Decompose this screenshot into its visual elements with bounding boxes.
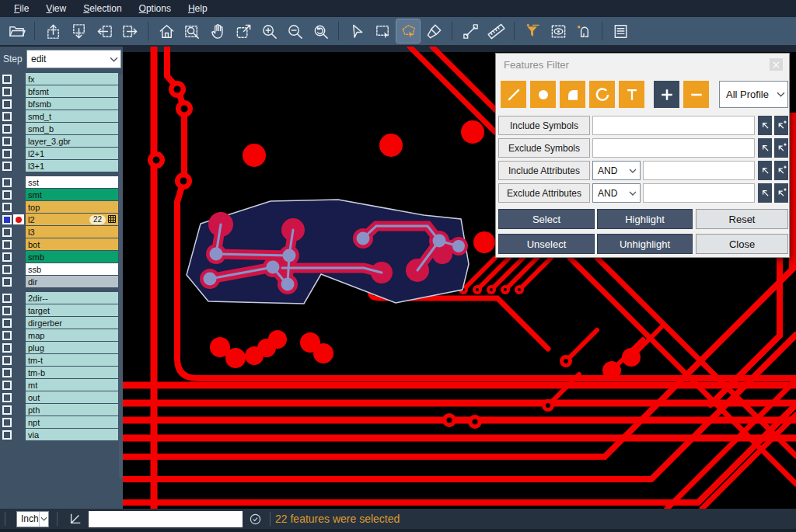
- include-symbols-button[interactable]: Include Symbols: [498, 116, 590, 135]
- filter-line-button[interactable]: [501, 81, 526, 108]
- command-input[interactable]: [89, 511, 243, 527]
- exclude-symbols-button[interactable]: Exclude Symbols: [498, 138, 590, 158]
- menu-file[interactable]: File: [6, 2, 37, 16]
- layer-name-cell[interactable]: layer_3.gbr: [26, 135, 118, 147]
- exclude-symbols-input[interactable]: [592, 138, 755, 158]
- report-tool-button[interactable]: [609, 19, 632, 43]
- layer-row-dirgerber[interactable]: dirgerber: [0, 317, 123, 329]
- layer-name-cell[interactable]: smd_t: [26, 110, 118, 122]
- active-layer-slot[interactable]: [13, 161, 24, 171]
- ruler-tool-button[interactable]: [484, 19, 508, 43]
- active-layer-indicator[interactable]: [13, 214, 24, 224]
- active-layer-slot[interactable]: [13, 318, 24, 328]
- layer-visibility-checkbox[interactable]: [2, 203, 12, 212]
- pan-hand-tool-button[interactable]: [206, 19, 229, 43]
- layer-row-top[interactable]: top: [0, 201, 123, 213]
- active-layer-slot[interactable]: [13, 355, 24, 365]
- active-layer-slot[interactable]: [13, 239, 24, 249]
- layer-row-target[interactable]: target: [0, 304, 123, 316]
- layer-visibility-checkbox[interactable]: [2, 356, 12, 365]
- pan-down-tool-button[interactable]: [67, 19, 90, 43]
- layer-row-npt[interactable]: npt: [0, 416, 123, 428]
- zoom-out-tool-button[interactable]: [283, 19, 306, 43]
- layer-name-cell[interactable]: l222: [26, 214, 118, 225]
- exclude-attributes-pick-add-button[interactable]: [774, 183, 788, 203]
- layer-row-mt[interactable]: mt: [0, 379, 123, 391]
- open-folder-tool-button[interactable]: [5, 19, 28, 43]
- active-layer-slot[interactable]: [13, 74, 24, 84]
- layer-visibility-checkbox[interactable]: [2, 265, 12, 274]
- layer-name-cell[interactable]: fx: [26, 73, 118, 85]
- layer-name-cell[interactable]: top: [26, 201, 118, 213]
- include-attributes-button[interactable]: Include Attributes: [498, 161, 590, 180]
- angle-snap-icon[interactable]: [68, 512, 82, 526]
- active-layer-slot[interactable]: [13, 367, 24, 377]
- layer-row-pth[interactable]: pth: [0, 404, 123, 416]
- pan-right-tool-button[interactable]: [118, 19, 141, 43]
- menu-selection[interactable]: Selection: [75, 2, 129, 16]
- layer-visibility-checkbox[interactable]: [2, 252, 12, 262]
- layer-row-smd_b[interactable]: smd_b: [0, 123, 123, 134]
- active-layer-slot[interactable]: [13, 99, 24, 109]
- select-button[interactable]: Select: [498, 209, 595, 229]
- filter-text-button[interactable]: [619, 81, 644, 108]
- reset-button[interactable]: Reset: [696, 209, 788, 229]
- layer-name-cell[interactable]: mt: [26, 379, 118, 391]
- active-layer-slot[interactable]: [13, 405, 24, 415]
- filter-pad-button[interactable]: [530, 81, 556, 108]
- active-layer-slot[interactable]: [13, 148, 24, 158]
- layer-name-cell[interactable]: ssb: [26, 263, 118, 275]
- unhighlight-button[interactable]: Unhighlight: [597, 234, 693, 254]
- pan-left-tool-button[interactable]: [93, 19, 116, 43]
- layer-visibility-checkbox[interactable]: [2, 162, 12, 171]
- layer-row-smt[interactable]: smt: [0, 189, 123, 200]
- layer-name-cell[interactable]: pth: [26, 404, 118, 416]
- layer-visibility-checkbox[interactable]: [2, 343, 12, 353]
- unit-select[interactable]: Inch: [16, 511, 49, 527]
- layer-name-cell[interactable]: l3: [26, 226, 118, 238]
- layer-name-cell[interactable]: smb: [26, 251, 118, 263]
- layer-visibility-checkbox[interactable]: [2, 240, 12, 249]
- layer-row-l2+1[interactable]: l2+1: [0, 148, 123, 159]
- measure-tool-button[interactable]: [459, 19, 482, 43]
- exclude-attributes-pick-button[interactable]: [758, 183, 772, 203]
- layer-row-tm-b[interactable]: tm-b: [0, 367, 123, 378]
- layer-row-ssb[interactable]: ssb: [0, 263, 123, 275]
- layer-row-out[interactable]: out: [0, 391, 123, 403]
- layer-row-sst[interactable]: sst: [0, 176, 123, 188]
- layer-visibility-checkbox[interactable]: [2, 306, 12, 315]
- layer-name-cell[interactable]: bfsmb: [26, 98, 118, 110]
- layer-visibility-checkbox[interactable]: [2, 318, 12, 328]
- view-options-tool-button[interactable]: [546, 19, 570, 43]
- clear-selection-tool-button[interactable]: [422, 19, 445, 43]
- zoom-fit-tool-button[interactable]: [232, 19, 255, 43]
- snap-tool-button[interactable]: [572, 19, 595, 43]
- active-layer-slot[interactable]: [13, 86, 24, 96]
- layer-visibility-checkbox[interactable]: [2, 381, 12, 390]
- zoom-in-tool-button[interactable]: [257, 19, 281, 43]
- active-layer-slot[interactable]: [13, 190, 24, 200]
- menu-options[interactable]: Options: [131, 2, 179, 16]
- layer-name-cell[interactable]: smd_b: [26, 123, 118, 134]
- filter-negative-button[interactable]: [683, 81, 709, 108]
- layer-name-cell[interactable]: dir: [26, 276, 118, 287]
- layer-row-dir[interactable]: dir: [0, 276, 123, 287]
- active-layer-slot[interactable]: [13, 136, 24, 146]
- active-layer-slot[interactable]: [13, 330, 24, 340]
- active-layer-slot[interactable]: [13, 392, 24, 402]
- include-symbols-pick-button[interactable]: [758, 116, 772, 135]
- active-layer-slot[interactable]: [13, 380, 24, 390]
- active-layer-slot[interactable]: [13, 252, 24, 262]
- layer-row-via[interactable]: via: [0, 429, 123, 440]
- rect-select-tool-button[interactable]: [371, 19, 394, 43]
- active-layer-slot[interactable]: [13, 305, 24, 315]
- pan-up-tool-button[interactable]: [41, 19, 65, 43]
- layer-row-map[interactable]: map: [0, 329, 123, 341]
- layer-name-cell[interactable]: bfsmt: [26, 85, 118, 97]
- layer-name-cell[interactable]: map: [26, 329, 118, 341]
- layer-name-cell[interactable]: 2dir--: [26, 292, 118, 304]
- active-layer-slot[interactable]: [13, 276, 24, 287]
- select-arrow-tool-button[interactable]: [345, 19, 368, 43]
- active-layer-slot[interactable]: [13, 293, 24, 303]
- layer-name-cell[interactable]: via: [26, 429, 118, 440]
